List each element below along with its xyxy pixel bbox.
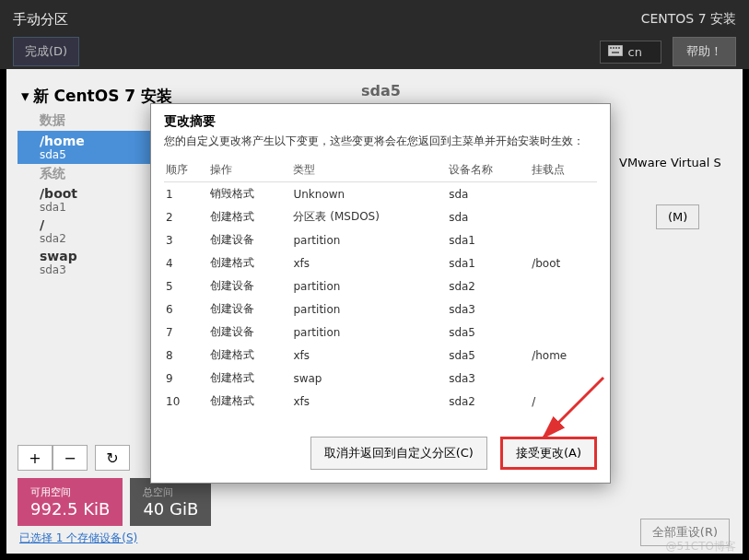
remove-button[interactable]: −: [53, 445, 88, 471]
cell-dev: sda1: [447, 228, 530, 251]
cell-mount: [530, 298, 597, 321]
cell-mount: [530, 321, 597, 344]
col-order[interactable]: 顺序: [164, 158, 208, 182]
table-row[interactable]: 1销毁格式Unknownsda: [164, 182, 597, 206]
available-label: 可用空间: [30, 485, 110, 499]
cell-dev: sda5: [447, 321, 530, 344]
total-space-card: 总空间 40 GiB: [130, 478, 211, 526]
col-devname[interactable]: 设备名称: [447, 158, 530, 182]
cell-mount: [530, 205, 597, 228]
cell-type: partition: [291, 274, 447, 298]
table-row[interactable]: 4创建格式xfssda1/boot: [164, 251, 597, 274]
cell-dev: sda1: [447, 251, 530, 274]
table-row[interactable]: 3创建设备partitionsda1: [164, 228, 597, 251]
cell-order: 7: [164, 321, 208, 344]
table-row[interactable]: 5创建设备partitionsda2: [164, 274, 597, 298]
cell-dev: sda3: [447, 367, 530, 390]
dialog-title: 更改摘要: [151, 104, 610, 134]
table-row[interactable]: 9创建格式swapsda3: [164, 367, 597, 390]
cell-dev: sda: [447, 205, 530, 228]
cell-dev: sda: [447, 182, 530, 206]
cell-op: 创建设备: [208, 321, 291, 344]
cell-op: 创建格式: [208, 251, 291, 274]
cell-op: 创建格式: [208, 205, 291, 228]
total-label: 总空间: [143, 485, 198, 499]
table-row[interactable]: 7创建设备partitionsda5: [164, 321, 597, 344]
cell-dev: sda2: [447, 390, 530, 413]
cell-dev: sda2: [447, 274, 530, 298]
cell-mount: [530, 228, 597, 251]
cell-op: 销毁格式: [208, 182, 291, 206]
cell-type: swap: [291, 367, 447, 390]
cell-op: 创建格式: [208, 390, 291, 413]
detail-title: sda5: [361, 82, 731, 99]
dialog-desc: 您的自定义更改将产生以下变更，这些变更将会在您返回到主菜单并开始安装时生效：: [151, 134, 610, 158]
table-row[interactable]: 8创建格式xfssda5/home: [164, 344, 597, 367]
available-space-card: 可用空间 992.5 KiB: [18, 478, 123, 526]
cell-type: xfs: [291, 390, 447, 413]
cell-dev: sda5: [447, 344, 530, 367]
cell-order: 2: [164, 205, 208, 228]
cell-type: partition: [291, 298, 447, 321]
cell-type: partition: [291, 321, 447, 344]
installer-name: CENTOS 7 安装: [641, 11, 736, 28]
changes-table: 顺序 操作 类型 设备名称 挂载点 1销毁格式Unknownsda2创建格式分区…: [164, 158, 597, 413]
table-row[interactable]: 2创建格式分区表 (MSDOS)sda: [164, 205, 597, 228]
cell-type: partition: [291, 228, 447, 251]
cell-order: 1: [164, 182, 208, 206]
cell-mount: [530, 367, 597, 390]
table-row[interactable]: 10创建格式xfssda2/: [164, 390, 597, 413]
reload-button[interactable]: ↻: [95, 445, 130, 471]
total-value: 40 GiB: [143, 499, 198, 519]
partition-toolbar: + − ↻: [18, 445, 130, 471]
svg-rect-1: [610, 47, 612, 49]
cell-type: xfs: [291, 251, 447, 274]
expand-icon[interactable]: ▾: [21, 87, 29, 105]
cancel-button[interactable]: 取消并返回到自定义分区(C): [310, 437, 487, 470]
col-op[interactable]: 操作: [208, 158, 291, 182]
device-desc: VMware Virtual S: [619, 156, 721, 169]
cell-op: 创建格式: [208, 367, 291, 390]
cell-order: 5: [164, 274, 208, 298]
col-type[interactable]: 类型: [291, 158, 447, 182]
watermark: @51CTO博客: [666, 539, 736, 554]
add-button[interactable]: +: [18, 445, 53, 471]
cell-mount: /boot: [530, 251, 597, 274]
storage-devices-link[interactable]: 已选择 1 个存储设备(S): [19, 531, 137, 546]
summary-dialog: 更改摘要 您的自定义更改将产生以下变更，这些变更将会在您返回到主菜单并开始安装时…: [150, 103, 611, 484]
svg-rect-4: [618, 47, 620, 49]
cell-type: 分区表 (MSDOS): [291, 205, 447, 228]
header-bar: 手动分区 CENTOS 7 安装 完成(D) cn 帮助！: [0, 0, 749, 69]
cell-mount: /: [530, 390, 597, 413]
partition-detail: sda5 VMware Virtual S (M): [361, 82, 731, 99]
accept-button[interactable]: 接受更改(A): [500, 437, 597, 470]
keyboard-layout-label: cn: [628, 45, 642, 59]
cell-order: 3: [164, 228, 208, 251]
cell-order: 8: [164, 344, 208, 367]
cell-dev: sda3: [447, 298, 530, 321]
cell-order: 4: [164, 251, 208, 274]
modify-button[interactable]: (M): [656, 204, 699, 229]
cell-op: 创建格式: [208, 344, 291, 367]
cell-type: Unknown: [291, 182, 447, 206]
cell-order: 6: [164, 298, 208, 321]
col-mount[interactable]: 挂载点: [530, 158, 597, 182]
keyboard-icon: [608, 45, 623, 59]
cell-order: 10: [164, 390, 208, 413]
table-row[interactable]: 6创建设备partitionsda3: [164, 298, 597, 321]
svg-rect-0: [608, 45, 623, 56]
cell-mount: /home: [530, 344, 597, 367]
help-button[interactable]: 帮助！: [673, 37, 736, 66]
page-title: 手动分区: [13, 11, 68, 29]
tree-heading: 新 CentOS 7 安装: [33, 87, 173, 105]
cell-op: 创建设备: [208, 298, 291, 321]
done-button[interactable]: 完成(D): [13, 37, 79, 66]
svg-rect-3: [615, 47, 617, 49]
available-value: 992.5 KiB: [30, 499, 110, 519]
cell-op: 创建设备: [208, 274, 291, 298]
keyboard-layout-selector[interactable]: cn: [600, 41, 661, 64]
cell-type: xfs: [291, 344, 447, 367]
cell-order: 9: [164, 367, 208, 390]
cell-op: 创建设备: [208, 228, 291, 251]
cell-mount: [530, 274, 597, 298]
